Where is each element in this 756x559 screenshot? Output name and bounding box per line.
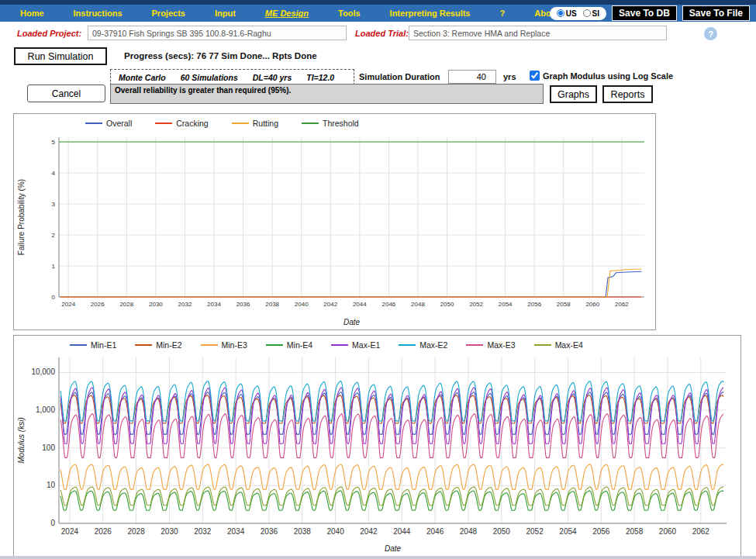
svg-text:3: 3 <box>52 201 56 208</box>
unit-us-label: US <box>566 9 577 18</box>
svg-text:2026: 2026 <box>95 527 112 536</box>
run-simulation-button[interactable]: Run Simulation <box>14 47 107 65</box>
svg-text:2044: 2044 <box>393 527 411 536</box>
nav-item-tools[interactable]: Tools <box>338 9 361 18</box>
svg-text:2062: 2062 <box>615 301 629 308</box>
modulus-chart-panel: Min-E1Min-E2Min-E3Min-E4Max-E1Max-E2Max-… <box>13 335 741 557</box>
svg-text:2056: 2056 <box>592 527 610 536</box>
svg-text:2060: 2060 <box>585 301 599 308</box>
legend-item-threshold: Threshold <box>302 119 359 128</box>
svg-text:2052: 2052 <box>526 527 544 536</box>
legend-label-min-e1: Min-E1 <box>91 340 116 350</box>
legend-item-min-e2: Min-E2 <box>135 340 181 350</box>
loaded-project-field[interactable] <box>88 26 347 40</box>
legend-swatch-max-e1 <box>331 344 348 346</box>
svg-text:1,000: 1,000 <box>36 405 55 414</box>
log-scale-checkbox[interactable] <box>530 71 540 81</box>
reports-button[interactable]: Reports <box>602 85 653 103</box>
log-scale-toggle[interactable]: Graph Modulus using Log Scale <box>530 71 673 81</box>
svg-text:2048: 2048 <box>460 527 478 536</box>
mc-traffic-index: TI=12.0 <box>306 73 334 82</box>
loaded-project-label: Loaded Project: <box>17 29 81 38</box>
simulation-duration-label: Simulation Duration <box>359 72 440 81</box>
legend-label-max-e4: Max-E4 <box>555 340 583 350</box>
legend-label-min-e2: Min-E2 <box>156 340 181 350</box>
legend-label-min-e4: Min-E4 <box>287 340 312 350</box>
modulus-chart: 2024202620282030203220342036203820402042… <box>14 354 740 556</box>
nav-item-interpreting-results[interactable]: Interpreting Results <box>390 9 471 18</box>
help-icon[interactable]: ? <box>704 27 717 40</box>
svg-text:10,000: 10,000 <box>31 367 55 376</box>
simulation-duration-units: yrs <box>503 72 516 81</box>
monte-carlo-summary: Monte Carlo 60 Simulations DL=40 yrs TI=… <box>110 69 354 85</box>
legend-swatch-min-e1 <box>70 344 87 346</box>
svg-text:2054: 2054 <box>499 301 513 308</box>
legend-swatch-threshold <box>302 122 319 124</box>
nav-item-help[interactable]: ? <box>499 9 505 18</box>
legend-swatch-max-e2 <box>399 344 416 346</box>
legend-item-max-e4: Max-E4 <box>534 340 583 350</box>
legend-label-min-e3: Min-E3 <box>222 340 247 350</box>
legend-swatch-min-e4 <box>266 344 283 346</box>
simulation-duration-input[interactable] <box>448 70 496 84</box>
legend-item-min-e3: Min-E3 <box>201 340 247 350</box>
mc-design-life: DL=40 yrs <box>253 73 292 82</box>
unit-si-option[interactable]: SI <box>583 9 599 18</box>
main-nav: HomeInstructionsProjectsInputME DesignTo… <box>0 5 756 22</box>
save-to-file-button[interactable]: Save To File <box>682 5 750 21</box>
nav-item-projects[interactable]: Projects <box>152 9 185 18</box>
unit-us-option[interactable]: US <box>557 9 577 18</box>
svg-text:2036: 2036 <box>261 527 278 536</box>
svg-text:Failure Probability (%): Failure Probability (%) <box>17 179 26 255</box>
svg-text:2026: 2026 <box>91 301 105 308</box>
svg-text:Date: Date <box>385 544 402 553</box>
svg-text:0: 0 <box>50 519 55 527</box>
svg-text:2030: 2030 <box>161 527 178 536</box>
svg-text:2042: 2042 <box>360 527 378 536</box>
nav-item-home[interactable]: Home <box>20 9 44 18</box>
svg-text:2: 2 <box>52 232 56 239</box>
nav-items: HomeInstructionsProjectsInputME DesignTo… <box>20 9 550 18</box>
legend-item-rutting: Rutting <box>232 119 278 128</box>
nav-item-instructions[interactable]: Instructions <box>74 9 123 18</box>
mc-simulations: 60 Simulations <box>181 73 238 82</box>
cancel-button[interactable]: Cancel <box>27 85 105 102</box>
legend-swatch-min-e2 <box>135 344 152 346</box>
loaded-trial-field[interactable] <box>409 26 667 40</box>
svg-text:2030: 2030 <box>149 301 163 308</box>
legend-label-threshold: Threshold <box>323 119 359 128</box>
legend-swatch-overall <box>85 122 102 124</box>
legend-item-cracking: Cracking <box>155 119 208 128</box>
svg-text:2044: 2044 <box>353 301 367 308</box>
unit-si-radio[interactable] <box>583 9 591 17</box>
svg-text:2032: 2032 <box>194 527 212 536</box>
svg-text:4: 4 <box>52 170 56 177</box>
svg-text:2046: 2046 <box>426 527 444 536</box>
legend-label-max-e2: Max-E2 <box>419 340 447 350</box>
svg-text:2058: 2058 <box>557 301 571 308</box>
legend-swatch-max-e3 <box>466 344 483 346</box>
svg-text:Modulus (ksi): Modulus (ksi) <box>17 417 26 463</box>
mc-mode: Monte Carlo <box>119 73 166 82</box>
svg-text:2040: 2040 <box>295 301 309 308</box>
legend-item-max-e1: Max-E1 <box>331 340 380 350</box>
legend-swatch-min-e3 <box>201 344 218 346</box>
svg-text:2046: 2046 <box>381 301 395 308</box>
svg-text:2058: 2058 <box>626 527 644 536</box>
reliability-status-message: Overall reliability is greater than requ… <box>110 84 544 104</box>
svg-text:2042: 2042 <box>323 301 337 308</box>
unit-us-radio[interactable] <box>557 9 564 17</box>
nav-item-me-design[interactable]: ME Design <box>265 9 309 18</box>
save-to-db-button[interactable]: Save To DB <box>612 5 677 21</box>
legend-label-max-e1: Max-E1 <box>352 340 380 350</box>
failure-probability-chart: 2024202620282030203220342036203820402042… <box>14 133 655 330</box>
svg-text:2048: 2048 <box>411 301 425 308</box>
graphs-button[interactable]: Graphs <box>550 85 597 103</box>
legend-swatch-max-e4 <box>534 344 551 346</box>
nav-right: US SI Save To DB Save To File <box>550 5 750 21</box>
legend-swatch-rutting <box>232 122 249 124</box>
svg-text:2054: 2054 <box>559 527 577 536</box>
failure-probability-chart-panel: OverallCrackingRuttingThreshold 20242026… <box>13 113 656 330</box>
page-bottom-strip <box>0 556 756 559</box>
nav-item-input[interactable]: Input <box>215 9 236 18</box>
